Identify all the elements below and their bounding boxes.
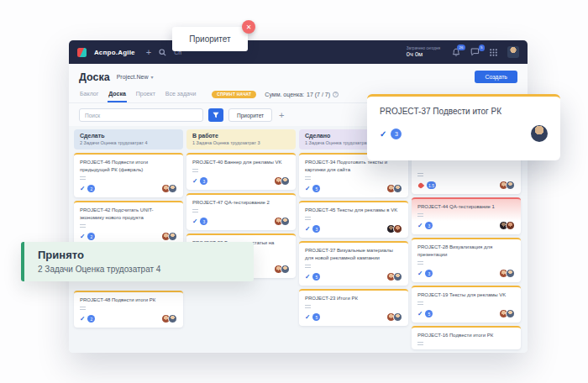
search-icon[interactable] (159, 49, 166, 56)
task-footer: ✓3 (305, 224, 402, 233)
column-header[interactable]: В работе1 Задача Оценка трудозатрат 3 (186, 129, 296, 150)
description-icon (80, 224, 86, 228)
task-title: PROJECT-46 Подвести итоги предыдущей РК … (80, 159, 177, 174)
board-column: Принято2 Задачи Оценка трудозатрат 41.5P… (412, 129, 521, 353)
checkmark-icon: ✓ (417, 311, 423, 317)
assignee-avatars (386, 272, 402, 281)
avatar[interactable] (506, 269, 515, 278)
task-title: PROJECT-34 Подготовить тексты и картинки… (305, 159, 402, 174)
column-header[interactable]: Сделать2 Задачи Оценка трудозатрат 4 (74, 129, 183, 150)
avatar[interactable] (281, 217, 290, 226)
avatar[interactable] (506, 221, 515, 230)
tab-Проект[interactable]: Проект (135, 88, 156, 102)
add-filter-icon[interactable]: + (279, 111, 284, 120)
tab-Баклог[interactable]: Баклог (79, 88, 99, 102)
description-icon (305, 305, 311, 308)
priority-tooltip: Приоритет ✕ (172, 27, 248, 51)
avatar[interactable] (506, 181, 515, 190)
task-footer: ✓5 (305, 272, 402, 281)
task-card[interactable]: PROJECT-47 QA-тестирование 2✓3 (186, 193, 296, 230)
assignee-avatars (499, 269, 515, 278)
avatar[interactable] (393, 312, 402, 322)
task-footer: ✓3 (192, 217, 290, 226)
chat-icon[interactable]: 5 (470, 48, 480, 56)
page: Аспро.Agile + Сп Затрачено сегодня 0ч 0м… (0, 0, 588, 383)
avatar[interactable] (168, 314, 177, 323)
avatar[interactable] (168, 232, 177, 241)
avatar (531, 125, 548, 142)
app-window: Аспро.Agile + Сп Затрачено сегодня 0ч 0м… (69, 40, 528, 353)
avatar[interactable] (393, 272, 402, 281)
assignee-avatars (386, 184, 402, 193)
task-footer: ✓3 (192, 176, 290, 186)
task-card[interactable]: PROJECT-23 Итоги РК✓5 (299, 289, 408, 326)
description-icon (417, 213, 423, 217)
task-card[interactable]: PROJECT-28 Визуализация для презентации✓… (412, 238, 521, 282)
task-title: PROJECT-45 Тексты для рекламы в VK (305, 207, 402, 214)
avatar[interactable] (393, 184, 402, 193)
avatar[interactable] (506, 309, 515, 318)
description-icon (80, 307, 86, 310)
column-meta: 1 Задача Оценка трудозатрат 3 (192, 140, 290, 145)
task-footer: ✓5 (417, 309, 515, 318)
task-title (417, 159, 515, 171)
description-icon (305, 176, 311, 180)
task-title: PROJECT-16 Подвести итоги РК (417, 332, 515, 339)
task-title: PROJECT-23 Итоги РК (305, 295, 402, 302)
task-card[interactable]: PROJECT-40 Баннер для рекламы VK✓3 (186, 153, 296, 190)
avatar[interactable] (393, 224, 402, 233)
info-icon[interactable]: ? (333, 92, 339, 97)
accepted-title: Принято (38, 249, 240, 261)
search-input[interactable] (79, 108, 203, 122)
add-icon[interactable]: + (146, 48, 151, 57)
assignee-avatars (274, 176, 290, 186)
checkmark-icon: ✓ (192, 178, 197, 185)
app-logo-icon (77, 48, 87, 57)
avatar[interactable] (281, 176, 290, 186)
task-card[interactable]: PROJECT-37 Визуальные материалы для ново… (299, 241, 408, 286)
task-card[interactable]: PROJECT-45 Тексты для рекламы в VK✓3 (299, 201, 408, 238)
create-button[interactable]: Создать (475, 71, 517, 83)
board: Сделать2 Задачи Оценка трудозатрат 4PROJ… (74, 129, 522, 353)
time-tracker[interactable]: Затрачено сегодня 0ч 0м (407, 46, 440, 59)
close-icon[interactable]: ✕ (242, 20, 255, 34)
estimate-badge: 3 (425, 222, 433, 229)
user-avatar[interactable] (507, 46, 519, 58)
estimate-badge: 3 (425, 270, 433, 277)
task-card[interactable]: PROJECT-19 Тексты для рекламы VK✓5 (412, 286, 521, 323)
checkmark-icon: ✓ (305, 274, 310, 281)
priority-filter-chip[interactable]: Приоритет (228, 108, 272, 122)
description-icon (192, 169, 198, 172)
description-icon (305, 217, 311, 220)
estimate-badge: 3 (312, 225, 320, 233)
top-navbar: Аспро.Agile + Сп Затрачено сегодня 0ч 0м… (69, 40, 528, 64)
estimate-badge: 5 (425, 310, 433, 317)
task-popup-card[interactable]: PROJECT-37 Подвести итог РК ✓ 3 (367, 94, 560, 160)
tab-Доска[interactable]: Доска (108, 88, 127, 102)
apps-grid-icon[interactable] (490, 49, 497, 56)
task-card[interactable]: PROJECT-48 Подвести итоги РК✓2 (74, 291, 183, 328)
tab-Все задачи[interactable]: Все задачи (165, 88, 197, 102)
assignee-avatars (274, 217, 290, 226)
estimate-badge: 5 (312, 273, 320, 281)
avatar[interactable] (168, 184, 177, 193)
avatar[interactable] (281, 265, 290, 274)
task-card[interactable]: PROJECT-46 Подвести итоги предыдущей РК … (74, 153, 183, 197)
task-card[interactable]: PROJECT-44 QA-тестирование 1✓3 (412, 197, 521, 234)
description-icon (417, 302, 423, 305)
estimate-badge: 5 (312, 185, 320, 192)
assignee-avatars (161, 314, 177, 323)
task-card[interactable]: PROJECT-42 Подсчитать UNIT-экономику нов… (74, 201, 183, 245)
navbar-right: Затрачено сегодня 0ч 0м 26 5 (407, 46, 519, 59)
assignee-avatars (499, 221, 515, 230)
accepted-meta: 2 Задачи Оценка трудозатрат 4 (38, 265, 240, 274)
checkmark-icon: ✓ (380, 129, 386, 139)
filter-button[interactable] (208, 108, 223, 122)
estimate-badge: 3 (200, 177, 207, 185)
notifications-bell-icon[interactable]: 26 (452, 48, 460, 57)
page-header: Доска Project.New ▾ Создать (69, 64, 528, 86)
task-card[interactable]: PROJECT-16 Подвести итоги РК (412, 326, 521, 349)
sprint-summary: Сумм. оценка: 17 (7 / 7) ? (265, 92, 339, 97)
task-title: PROJECT-28 Визуализация для презентации (417, 244, 515, 259)
board-select[interactable]: Project.New ▾ (117, 74, 154, 80)
